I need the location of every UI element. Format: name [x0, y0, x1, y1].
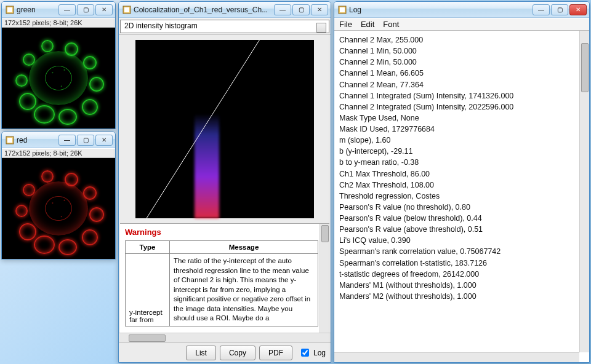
log-line: Spearman's correlation t-statistic, 183.… [339, 258, 574, 269]
log-line: Pearson's R value (no threshold), 0.80 [339, 202, 574, 213]
cell-image-red [9, 162, 108, 255]
pdf-button[interactable]: PDF [259, 346, 292, 360]
log-line: Channel 1 Mean, 66.605 [339, 68, 574, 79]
horizontal-scrollbar[interactable] [334, 352, 579, 362]
window-red: red — ▢ ✕ 172x152 pixels; 8-bit; 26K [1, 132, 116, 259]
warnings-table: Type Message y-intercept far from The ra… [125, 240, 318, 326]
maximize-button[interactable]: ▢ [292, 4, 310, 15]
log-line: Manders' M2 (without thresholds), 1.000 [339, 291, 574, 302]
log-line: Mask ID Used, 1729776684 [339, 124, 574, 135]
view-select-value: 2D intensity histogram [124, 22, 198, 30]
window-title: green [17, 6, 58, 14]
copy-button[interactable]: Copy [220, 346, 255, 360]
log-line: Channel 2 Max, 255.000 [339, 34, 574, 46]
close-button[interactable]: ✕ [95, 135, 113, 146]
log-line: Channel 1 Integrated (Sum) Intensity, 17… [339, 90, 574, 101]
window-title: Colocalization_of_Ch1_red_versus_Ch... [134, 6, 274, 14]
log-line: b (y-intercept), -29.11 [339, 146, 574, 157]
menu-file[interactable]: File [339, 20, 352, 29]
log-line: Mask Type Used, None [339, 113, 574, 124]
log-line: Channel 2 Mean, 77.364 [339, 79, 574, 90]
col-message: Message [170, 241, 318, 254]
minimize-button[interactable]: — [58, 4, 76, 15]
window-green: green — ▢ ✕ 172x152 pixels; 8-bit; 26K [1, 1, 116, 129]
intensity-histogram[interactable] [135, 40, 314, 218]
vertical-scrollbar[interactable] [579, 31, 589, 352]
imagej-icon [338, 6, 347, 14]
minimize-button[interactable]: — [274, 4, 291, 15]
horizontal-scrollbar[interactable] [119, 333, 331, 342]
menubar: File Edit Font [334, 18, 589, 31]
image-canvas-red[interactable] [2, 158, 115, 259]
svg-rect-8 [340, 7, 345, 12]
svg-line-6 [147, 40, 314, 218]
window-title: red [17, 136, 58, 144]
cell-type: y-intercept far from [126, 254, 170, 326]
svg-rect-5 [124, 7, 129, 12]
maximize-button[interactable]: ▢ [77, 135, 94, 146]
log-line: t-statistic degrees of freedom, 26142.00… [339, 269, 574, 280]
log-checkbox-label[interactable]: Log [299, 347, 326, 358]
log-line: Li's ICQ value, 0.390 [339, 235, 574, 246]
image-info: 172x152 pixels; 8-bit; 26K [2, 18, 115, 28]
window-colocalization: Colocalization_of_Ch1_red_versus_Ch... —… [118, 1, 331, 363]
log-line: Channel 2 Min, 50.000 [339, 57, 574, 68]
close-button[interactable]: ✕ [95, 4, 113, 15]
log-line: Pearson's R value (above threshold), 0.5… [339, 224, 574, 235]
menu-font[interactable]: Font [383, 20, 399, 29]
log-checkbox-text: Log [313, 349, 326, 357]
log-line: m (slope), 1.60 [339, 135, 574, 146]
svg-rect-1 [7, 7, 12, 12]
list-button[interactable]: List [186, 346, 216, 360]
log-line: Pearson's R value (below threshold), 0.4… [339, 213, 574, 224]
minimize-button[interactable]: — [58, 135, 76, 146]
table-header-row: Type Message [126, 241, 318, 254]
titlebar-coloc[interactable]: Colocalization_of_Ch1_red_versus_Ch... —… [119, 2, 331, 18]
table-row: y-intercept far from The ratio of the y-… [126, 254, 318, 326]
regression-line [135, 40, 314, 218]
log-line: Channel 2 Integrated (Sum) Intensity, 20… [339, 101, 574, 113]
cell-message: The ratio of the y-intercept of the auto… [170, 254, 318, 326]
log-line: Spearman's rank correlation value, 0.750… [339, 246, 574, 257]
titlebar-green[interactable]: green — ▢ ✕ [2, 2, 115, 18]
titlebar-log[interactable]: Log — ▢ ✕ [334, 2, 589, 18]
log-line: Manders' M1 (without thresholds), 1.000 [339, 280, 574, 291]
button-bar: List Copy PDF Log [119, 342, 331, 362]
chevron-down-icon [319, 26, 324, 29]
vertical-scrollbar[interactable] [320, 224, 329, 333]
log-line: Ch1 Max Threshold, 86.00 [339, 168, 574, 180]
cell-image-green [9, 31, 108, 125]
maximize-button[interactable]: ▢ [77, 4, 94, 15]
window-log: Log — ▢ ✕ File Edit Font Channel 2 Max, … [334, 1, 590, 363]
image-canvas-green[interactable] [2, 28, 115, 129]
log-line: b to y-mean ratio, -0.38 [339, 157, 574, 168]
log-line: Ch2 Max Threshold, 108.00 [339, 180, 574, 191]
minimize-button[interactable]: — [533, 4, 550, 15]
svg-rect-3 [7, 138, 12, 143]
view-select[interactable]: 2D intensity histogram [120, 20, 329, 33]
warnings-heading: Warnings [125, 228, 318, 237]
maximize-button[interactable]: ▢ [551, 4, 568, 15]
warnings-panel: Warnings Type Message y-intercept far fr… [120, 223, 329, 333]
log-text[interactable]: Channel 2 Max, 255.000Channel 1 Min, 50.… [334, 31, 579, 352]
close-button[interactable]: ✕ [311, 4, 328, 15]
log-checkbox[interactable] [301, 349, 309, 357]
close-button[interactable]: ✕ [569, 4, 587, 15]
titlebar-red[interactable]: red — ▢ ✕ [2, 132, 115, 148]
window-title: Log [349, 6, 533, 14]
imagej-icon [123, 6, 131, 14]
col-type: Type [126, 241, 170, 254]
imagej-icon [6, 6, 14, 14]
imagej-icon [6, 136, 14, 144]
image-info: 172x152 pixels; 8-bit; 26K [2, 149, 115, 158]
menu-edit[interactable]: Edit [361, 20, 374, 29]
log-line: Channel 1 Min, 50.000 [339, 46, 574, 57]
log-line: Threshold regression, Costes [339, 191, 574, 202]
